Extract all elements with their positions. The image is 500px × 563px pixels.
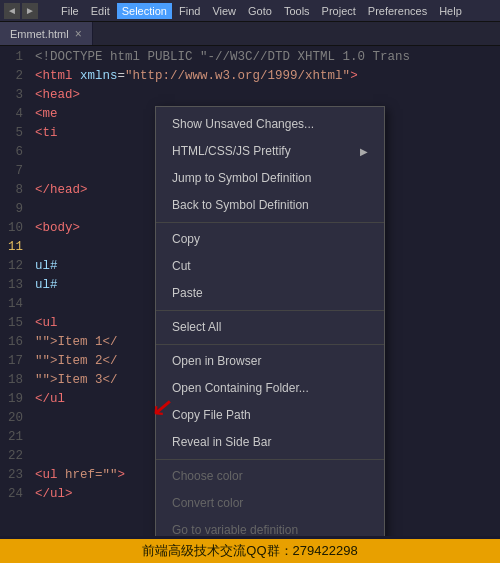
statusbar: 前端高级技术交流QQ群：279422298 <box>0 539 500 563</box>
line-num: 6 <box>8 143 23 162</box>
line-num: 16 <box>8 333 23 352</box>
menu-preferences[interactable]: Preferences <box>363 3 432 19</box>
line-num: 19 <box>8 390 23 409</box>
ctx-goto-variable: Go to variable definition <box>156 517 384 536</box>
context-menu: Show Unsaved Changes... HTML/CSS/JS Pret… <box>155 106 385 536</box>
ctx-convert-color: Convert color <box>156 490 384 517</box>
menu-help[interactable]: Help <box>434 3 467 19</box>
nav-arrows: ◄ ► <box>4 3 38 19</box>
line-numbers: 1 2 3 4 5 6 7 8 9 10 11 12 13 14 15 16 1… <box>0 46 31 536</box>
submenu-arrow-icon: ▶ <box>360 142 368 161</box>
ctx-open-folder[interactable]: Open Containing Folder... <box>156 375 384 402</box>
separator-1 <box>156 222 384 223</box>
line-num: 15 <box>8 314 23 333</box>
line-num: 23 <box>8 466 23 485</box>
line-num: 1 <box>8 48 23 67</box>
menu-view[interactable]: View <box>207 3 241 19</box>
code-line: <html xmlns="http://www.w3.org/1999/xhtm… <box>35 67 500 86</box>
menubar: ◄ ► File Edit Selection Find View Goto T… <box>0 0 500 22</box>
line-num: 7 <box>8 162 23 181</box>
line-num: 11 <box>8 238 23 257</box>
file-tab[interactable]: Emmet.html × <box>0 22 93 45</box>
separator-3 <box>156 344 384 345</box>
ctx-back-symbol[interactable]: Back to Symbol Definition <box>156 192 384 219</box>
line-num: 14 <box>8 295 23 314</box>
line-num: 10 <box>8 219 23 238</box>
menu-edit[interactable]: Edit <box>86 3 115 19</box>
editor: 1 2 3 4 5 6 7 8 9 10 11 12 13 14 15 16 1… <box>0 46 500 536</box>
ctx-copy[interactable]: Copy <box>156 226 384 253</box>
line-num: 21 <box>8 428 23 447</box>
line-num: 20 <box>8 409 23 428</box>
ctx-open-browser[interactable]: Open in Browser <box>156 348 384 375</box>
line-num: 18 <box>8 371 23 390</box>
ctx-reveal-sidebar[interactable]: Reveal in Side Bar <box>156 429 384 456</box>
ctx-select-all[interactable]: Select All <box>156 314 384 341</box>
separator-2 <box>156 310 384 311</box>
ctx-show-unsaved[interactable]: Show Unsaved Changes... <box>156 111 384 138</box>
line-num: 24 <box>8 485 23 504</box>
back-button[interactable]: ◄ <box>4 3 20 19</box>
line-num: 8 <box>8 181 23 200</box>
menubar-nav: File Edit Selection Find View Goto Tools… <box>56 3 467 19</box>
forward-button[interactable]: ► <box>22 3 38 19</box>
menu-project[interactable]: Project <box>317 3 361 19</box>
menu-goto[interactable]: Goto <box>243 3 277 19</box>
ctx-paste[interactable]: Paste <box>156 280 384 307</box>
line-num: 4 <box>8 105 23 124</box>
ctx-jump-symbol[interactable]: Jump to Symbol Definition <box>156 165 384 192</box>
ctx-cut[interactable]: Cut <box>156 253 384 280</box>
ctx-choose-color: Choose color <box>156 463 384 490</box>
ctx-prettify[interactable]: HTML/CSS/JS Prettify ▶ <box>156 138 384 165</box>
line-num: 12 <box>8 257 23 276</box>
line-num: 5 <box>8 124 23 143</box>
line-num: 17 <box>8 352 23 371</box>
menu-find[interactable]: Find <box>174 3 205 19</box>
tabbar: Emmet.html × <box>0 22 500 46</box>
line-num: 13 <box>8 276 23 295</box>
separator-4 <box>156 459 384 460</box>
ctx-copy-path[interactable]: Copy File Path <box>156 402 384 429</box>
line-num: 2 <box>8 67 23 86</box>
code-line: <!DOCTYPE html PUBLIC "-//W3C//DTD XHTML… <box>35 48 500 67</box>
menu-tools[interactable]: Tools <box>279 3 315 19</box>
tab-filename: Emmet.html <box>10 28 69 40</box>
tab-close-button[interactable]: × <box>75 27 82 41</box>
line-num: 3 <box>8 86 23 105</box>
line-num: 9 <box>8 200 23 219</box>
statusbar-text: 前端高级技术交流QQ群：279422298 <box>142 542 357 560</box>
menu-file[interactable]: File <box>56 3 84 19</box>
code-line: <head> <box>35 86 500 105</box>
line-num: 22 <box>8 447 23 466</box>
menu-selection[interactable]: Selection <box>117 3 172 19</box>
